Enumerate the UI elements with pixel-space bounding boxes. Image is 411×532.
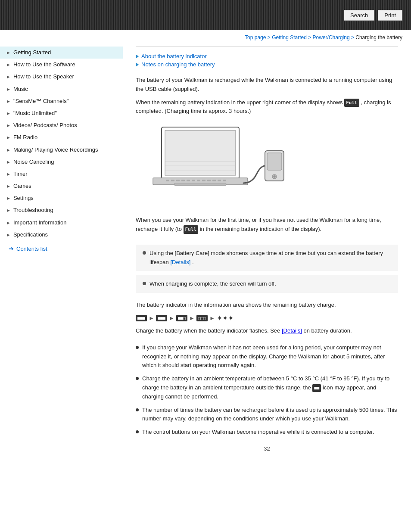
notes-charging-link-label: Notes on charging the battery [141, 61, 215, 68]
battery-full-icon: ■■■ [136, 315, 147, 321]
arrow-sym2: ► [169, 315, 174, 321]
svg-rect-14 [202, 180, 206, 181]
note-box-2: When charging is complete, the screen wi… [136, 275, 398, 293]
sidebar-item-timer[interactable]: ► Timer [0, 168, 123, 180]
sidebar-item-use-software[interactable]: ► How to Use the Software [0, 59, 123, 71]
note1-text2: . [192, 259, 194, 265]
svg-rect-12 [192, 180, 195, 181]
sidebar-item-label: Getting Started [13, 49, 118, 56]
bullet-icon [136, 430, 139, 433]
divider [136, 47, 398, 47]
intro-paragraph-1: The battery of your Walkman is recharged… [136, 76, 398, 94]
list-item: Charge the battery in an ambient tempera… [136, 374, 398, 401]
sidebar-item-label: "SensMe™ Channels" [13, 97, 118, 105]
content-area: About the battery indicator Notes on cha… [123, 42, 411, 465]
arrow-icon: ► [6, 62, 11, 68]
recharge-paragraph: When you use your Walkman for the first … [136, 216, 398, 234]
svg-rect-13 [197, 180, 200, 181]
main-layout: ► Getting Started ► How to Use the Softw… [0, 42, 411, 465]
sidebar-item-getting-started[interactable]: ► Getting Started [0, 47, 123, 59]
svg-rect-20 [267, 153, 282, 170]
intro-paragraph-2: When the remaining battery indication in… [136, 98, 398, 116]
intro-text-1: The battery of your Walkman is recharged… [136, 77, 392, 92]
header: Search Print [0, 0, 411, 30]
charge-text-2: on battery duration. [304, 327, 352, 334]
sidebar-item-music[interactable]: ► Music [0, 83, 123, 95]
sidebar-item-label: Making/ Playing Voice Recordings [13, 146, 118, 154]
arrow-icon: ► [6, 183, 11, 190]
recharge-text-2: in the remaining battery indication of t… [200, 226, 322, 232]
breadcrumb: Top page > Getting Started > Power/Charg… [0, 30, 411, 42]
bullet-icon [143, 251, 146, 255]
bullet-icon [136, 346, 139, 349]
battery-one-icon: □□□ [196, 315, 208, 321]
breadcrumb-power[interactable]: Power/Charging [313, 34, 350, 40]
sidebar-item-important-info[interactable]: ► Important Information [0, 217, 123, 229]
note-item-3: The number of times the battery can be r… [142, 406, 398, 424]
sidebar-item-games[interactable]: ► Games [0, 180, 123, 192]
sidebar-item-troubleshooting[interactable]: ► Troubleshooting [0, 204, 123, 216]
arrow-sym: ► [149, 315, 154, 321]
search-button[interactable]: Search [344, 10, 374, 21]
list-item: The number of times the battery can be r… [136, 406, 398, 424]
arrow-icon: ► [6, 134, 11, 141]
sidebar-item-fm-radio[interactable]: ► FM Radio [0, 131, 123, 143]
battery-two-icon: ■■□ [176, 315, 187, 321]
arrow-icon: ► [6, 232, 11, 238]
arrow-sym4: ► [209, 315, 215, 321]
arrow-icon: ► [6, 195, 11, 202]
notes-charging-link[interactable]: Notes on charging the battery [136, 61, 398, 68]
note-item-2: Charge the battery in an ambient tempera… [142, 374, 398, 401]
note-item-1: If you charge your Walkman when it has n… [142, 343, 398, 370]
notes-list: If you charge your Walkman when it has n… [136, 343, 398, 437]
battery-indicator-row: ■■■ ► ■■■ ► ■■□ ► □□□ ► ✦✦✦ [136, 314, 398, 322]
temp-badge: ■■ [312, 384, 321, 392]
sidebar-item-voice[interactable]: ► Making/ Playing Voice Recordings [0, 144, 123, 156]
svg-rect-18 [223, 180, 226, 181]
svg-rect-7 [166, 180, 169, 181]
charge-details-link[interactable]: [Details] [282, 327, 302, 334]
battery-flash-icon: ✦✦✦ [217, 314, 234, 322]
breadcrumb-current: Charging the battery [355, 34, 402, 40]
contents-list-link[interactable]: ➔ Contents list [0, 241, 123, 256]
sidebar-item-label: Specifications [13, 231, 118, 239]
sidebar-item-videos[interactable]: ► Videos/ Podcasts/ Photos [0, 119, 123, 131]
sidebar-item-label: Timer [13, 170, 118, 178]
sidebar-item-noise[interactable]: ► Noise Canceling [0, 156, 123, 168]
print-button[interactable]: Print [378, 10, 402, 21]
breadcrumb-top[interactable]: Top page [245, 34, 266, 40]
arrow-icon: ► [6, 74, 11, 80]
note2-content: When charging is complete, the screen wi… [149, 280, 276, 289]
svg-rect-8 [171, 180, 174, 181]
arrow-sym3: ► [189, 315, 195, 321]
svg-rect-17 [218, 180, 221, 181]
sidebar: ► Getting Started ► How to Use the Softw… [0, 42, 123, 465]
note-item-4: The control buttons on your Walkman beco… [142, 428, 374, 437]
note1-details-link[interactable]: [Details] [170, 259, 190, 265]
sidebar-item-label: FM Radio [13, 134, 118, 141]
svg-rect-9 [176, 180, 180, 181]
arrow-icon: ► [6, 122, 11, 129]
charge-text-1: Charge the battery when the battery indi… [136, 327, 280, 334]
triangle-icon [136, 54, 139, 59]
charge-battery-text: Charge the battery when the battery indi… [136, 327, 398, 336]
breadcrumb-getting-started[interactable]: Getting Started [272, 34, 307, 40]
sidebar-item-settings[interactable]: ► Settings [0, 192, 123, 204]
laptop-svg [149, 123, 286, 209]
arrow-icon: ► [6, 159, 11, 165]
bullet-icon [136, 408, 139, 411]
bullet-icon [143, 282, 146, 285]
sidebar-item-use-speaker[interactable]: ► How to Use the Speaker [0, 71, 123, 83]
note1-content: Using the [Battery Care] mode shortens u… [149, 249, 391, 267]
sidebar-item-specifications[interactable]: ► Specifications [0, 229, 123, 241]
sidebar-item-label: Troubleshooting [13, 206, 118, 214]
sidebar-item-sensme[interactable]: ► "SensMe™ Channels" [0, 95, 123, 107]
sidebar-item-music-unlimited[interactable]: ► "Music Unlimited" [0, 107, 123, 119]
sidebar-item-label: Videos/ Podcasts/ Photos [13, 121, 118, 129]
note-box-1: Using the [Battery Care] mode shortens u… [136, 245, 398, 271]
arrow-icon: ► [6, 50, 11, 56]
battery-indicator-link[interactable]: About the battery indicator [136, 53, 398, 59]
svg-rect-6 [174, 183, 226, 186]
sidebar-item-label: "Music Unlimited" [13, 109, 118, 117]
recharge-badge: Full [184, 225, 199, 234]
